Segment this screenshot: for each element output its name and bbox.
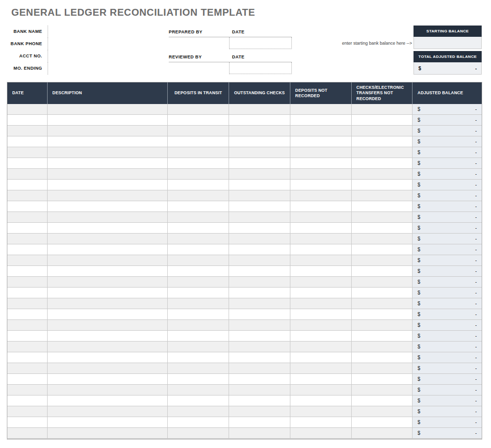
cell-checks_electronic_transfers_not_recorded[interactable] — [352, 428, 413, 438]
cell-description[interactable] — [48, 320, 168, 330]
cell-checks_electronic_transfers_not_recorded[interactable] — [352, 385, 413, 395]
cell-deposits_in_transit[interactable] — [168, 104, 229, 114]
cell-description[interactable] — [48, 277, 168, 287]
cell-date[interactable] — [7, 395, 48, 406]
cell-outstanding_checks[interactable] — [229, 104, 290, 114]
cell-outstanding_checks[interactable] — [229, 385, 290, 395]
cell-deposits_in_transit[interactable] — [168, 169, 229, 179]
cell-outstanding_checks[interactable] — [229, 136, 290, 147]
cell-date[interactable] — [7, 136, 48, 147]
cell-deposits_in_transit[interactable] — [168, 158, 229, 168]
cell-checks_electronic_transfers_not_recorded[interactable] — [352, 169, 413, 179]
cell-checks_electronic_transfers_not_recorded[interactable] — [352, 395, 413, 406]
cell-date[interactable] — [7, 309, 48, 319]
cell-deposits_not_recorded[interactable] — [290, 234, 352, 244]
cell-deposits_not_recorded[interactable] — [290, 352, 352, 363]
cell-deposits_in_transit[interactable] — [168, 147, 229, 158]
cell-checks_electronic_transfers_not_recorded[interactable] — [352, 309, 413, 319]
cell-deposits_not_recorded[interactable] — [290, 363, 352, 373]
cell-date[interactable] — [7, 169, 48, 179]
cell-deposits_not_recorded[interactable] — [290, 406, 352, 417]
cell-deposits_in_transit[interactable] — [168, 406, 229, 417]
cell-date[interactable] — [7, 244, 48, 255]
cell-outstanding_checks[interactable] — [229, 190, 290, 201]
cell-description[interactable] — [48, 169, 168, 179]
cell-outstanding_checks[interactable] — [229, 428, 290, 438]
cell-deposits_not_recorded[interactable] — [290, 288, 352, 298]
cell-outstanding_checks[interactable] — [229, 244, 290, 255]
cell-description[interactable] — [48, 266, 168, 276]
cell-description[interactable] — [48, 201, 168, 211]
cell-description[interactable] — [48, 255, 168, 265]
cell-description[interactable] — [48, 126, 168, 136]
cell-checks_electronic_transfers_not_recorded[interactable] — [352, 417, 413, 427]
cell-date[interactable] — [7, 201, 48, 211]
cell-date[interactable] — [7, 212, 48, 222]
cell-checks_electronic_transfers_not_recorded[interactable] — [352, 126, 413, 136]
cell-description[interactable] — [48, 104, 168, 114]
cell-deposits_in_transit[interactable] — [168, 255, 229, 265]
cell-outstanding_checks[interactable] — [229, 147, 290, 158]
cell-outstanding_checks[interactable] — [229, 288, 290, 298]
cell-checks_electronic_transfers_not_recorded[interactable] — [352, 277, 413, 287]
cell-checks_electronic_transfers_not_recorded[interactable] — [352, 352, 413, 363]
cell-checks_electronic_transfers_not_recorded[interactable] — [352, 158, 413, 168]
cell-description[interactable] — [48, 352, 168, 363]
cell-description[interactable] — [48, 374, 168, 384]
cell-description[interactable] — [48, 234, 168, 244]
cell-deposits_in_transit[interactable] — [168, 126, 229, 136]
cell-outstanding_checks[interactable] — [229, 331, 290, 341]
cell-description[interactable] — [48, 298, 168, 309]
cell-outstanding_checks[interactable] — [229, 223, 290, 233]
cell-outstanding_checks[interactable] — [229, 309, 290, 319]
cell-deposits_not_recorded[interactable] — [290, 428, 352, 438]
cell-deposits_not_recorded[interactable] — [290, 180, 352, 190]
cell-description[interactable] — [48, 147, 168, 158]
cell-description[interactable] — [48, 417, 168, 427]
cell-deposits_in_transit[interactable] — [168, 395, 229, 406]
cell-deposits_in_transit[interactable] — [168, 212, 229, 222]
cell-deposits_in_transit[interactable] — [168, 331, 229, 341]
cell-deposits_not_recorded[interactable] — [290, 223, 352, 233]
cell-checks_electronic_transfers_not_recorded[interactable] — [352, 374, 413, 384]
cell-date[interactable] — [7, 190, 48, 201]
cell-date[interactable] — [7, 255, 48, 265]
cell-description[interactable] — [48, 342, 168, 352]
cell-outstanding_checks[interactable] — [229, 417, 290, 427]
cell-deposits_in_transit[interactable] — [168, 288, 229, 298]
cell-deposits_not_recorded[interactable] — [290, 244, 352, 255]
cell-checks_electronic_transfers_not_recorded[interactable] — [352, 342, 413, 352]
cell-deposits_not_recorded[interactable] — [290, 385, 352, 395]
cell-deposits_in_transit[interactable] — [168, 136, 229, 147]
cell-date[interactable] — [7, 126, 48, 136]
cell-deposits_in_transit[interactable] — [168, 417, 229, 427]
cell-deposits_in_transit[interactable] — [168, 234, 229, 244]
cell-checks_electronic_transfers_not_recorded[interactable] — [352, 255, 413, 265]
cell-deposits_not_recorded[interactable] — [290, 104, 352, 114]
cell-description[interactable] — [48, 385, 168, 395]
cell-description[interactable] — [48, 331, 168, 341]
cell-description[interactable] — [48, 115, 168, 125]
prepared-by-input[interactable] — [169, 37, 229, 49]
cell-description[interactable] — [48, 406, 168, 417]
cell-description[interactable] — [48, 158, 168, 168]
cell-date[interactable] — [7, 147, 48, 158]
cell-checks_electronic_transfers_not_recorded[interactable] — [352, 147, 413, 158]
cell-date[interactable] — [7, 115, 48, 125]
cell-description[interactable] — [48, 244, 168, 255]
cell-deposits_in_transit[interactable] — [168, 428, 229, 438]
cell-date[interactable] — [7, 417, 48, 427]
cell-checks_electronic_transfers_not_recorded[interactable] — [352, 266, 413, 276]
cell-outstanding_checks[interactable] — [229, 342, 290, 352]
cell-date[interactable] — [7, 331, 48, 341]
cell-deposits_not_recorded[interactable] — [290, 342, 352, 352]
cell-checks_electronic_transfers_not_recorded[interactable] — [352, 320, 413, 330]
cell-outstanding_checks[interactable] — [229, 126, 290, 136]
cell-deposits_not_recorded[interactable] — [290, 298, 352, 309]
cell-deposits_not_recorded[interactable] — [290, 169, 352, 179]
cell-outstanding_checks[interactable] — [229, 320, 290, 330]
cell-description[interactable] — [48, 212, 168, 222]
cell-deposits_in_transit[interactable] — [168, 363, 229, 373]
cell-outstanding_checks[interactable] — [229, 298, 290, 309]
cell-checks_electronic_transfers_not_recorded[interactable] — [352, 212, 413, 222]
